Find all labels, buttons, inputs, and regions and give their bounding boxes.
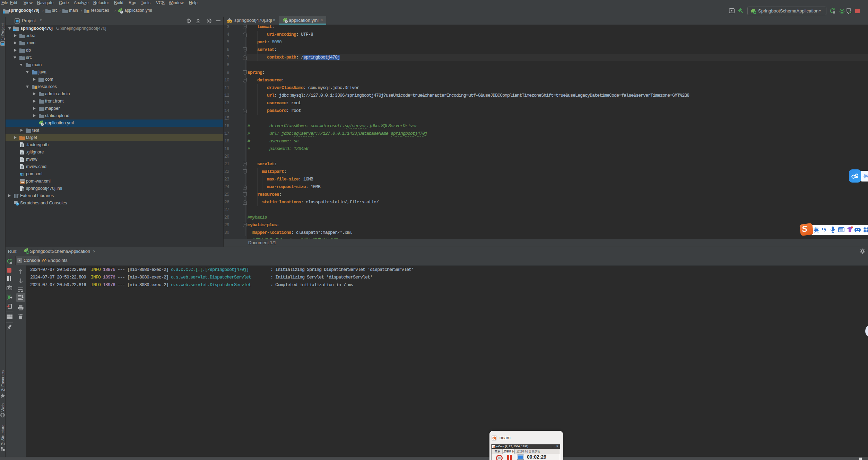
svg-text:SQL: SQL [227,20,232,23]
